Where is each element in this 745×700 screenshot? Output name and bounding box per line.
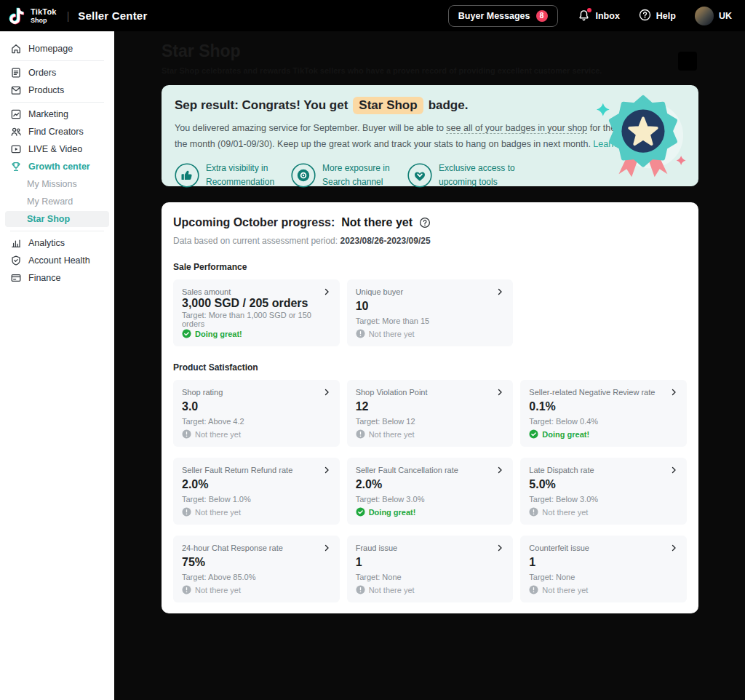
metric-status: Not there yet xyxy=(356,329,505,338)
dimmed-action-button xyxy=(678,52,697,71)
badges-in-shop-link[interactable]: see all of your badges in your shop xyxy=(446,123,587,134)
logo-title: TikTok xyxy=(31,8,57,16)
sidebar-nav: HomepageOrdersProductsMarketingFind Crea… xyxy=(0,31,114,700)
buyer-messages-badge: 8 xyxy=(536,10,548,22)
orders-icon xyxy=(10,67,22,79)
metric-grid: Sales amount3,000 SGD / 205 ordersTarget… xyxy=(173,279,687,346)
check-circle-icon xyxy=(356,507,365,517)
sidebar-item-finance[interactable]: Finance xyxy=(0,270,114,286)
sidebar-item-live-video[interactable]: LIVE & Video xyxy=(0,141,114,157)
app-name: Seller Center xyxy=(78,9,147,22)
metric-status-text: Not there yet xyxy=(369,430,415,439)
chevron-right-icon[interactable] xyxy=(669,544,678,552)
metric-status-text: Not there yet xyxy=(542,586,588,594)
question-circle-icon[interactable] xyxy=(419,217,431,228)
buyer-messages-button[interactable]: Buyer Messages 8 xyxy=(448,5,558,27)
metric-status: Not there yet xyxy=(182,585,331,594)
sidebar-item-label: Homepage xyxy=(28,44,73,54)
chevron-right-icon[interactable] xyxy=(322,388,331,397)
sidebar-item-my-reward[interactable]: My Reward xyxy=(0,194,114,210)
chevron-right-icon[interactable] xyxy=(495,544,504,552)
metric-status-text: Not there yet xyxy=(369,330,415,338)
metric-value: 2.0% xyxy=(356,478,505,491)
sidebar-item-orders[interactable]: Orders xyxy=(0,65,114,81)
metric-card[interactable]: Counterfeit issue1Target: NoneNot there … xyxy=(520,536,687,602)
metric-target: Target: More than 15 xyxy=(356,317,505,325)
metric-target: Target: None xyxy=(356,573,505,581)
logo-subtitle: Shop xyxy=(31,17,57,24)
star-shop-badge-illustration xyxy=(594,91,688,184)
sidebar-divider xyxy=(10,231,104,231)
metric-status: Doing great! xyxy=(529,429,678,439)
inbox-button[interactable]: Inbox xyxy=(577,9,620,23)
sidebar-item-marketing[interactable]: Marketing xyxy=(0,106,114,122)
metric-value: 5.0% xyxy=(529,478,678,491)
sidebar-item-account-health[interactable]: Account Health xyxy=(0,252,114,269)
banner-title-suffix: badge. xyxy=(429,98,469,113)
metric-status: Not there yet xyxy=(529,507,678,517)
analytics-icon xyxy=(10,237,22,249)
sidebar-item-analytics[interactable]: Analytics xyxy=(0,235,114,251)
chevron-right-icon[interactable] xyxy=(669,388,678,397)
metric-value: 1 xyxy=(356,556,505,569)
chevron-right-icon[interactable] xyxy=(322,466,331,474)
metric-value: 0.1% xyxy=(529,400,678,413)
metric-label: Unique buyer xyxy=(356,287,403,296)
chevron-right-icon[interactable] xyxy=(495,466,504,474)
metric-card[interactable]: Late Dispatch rate5.0%Target: Below 3.0%… xyxy=(520,458,687,525)
sidebar-item-label: Account Health xyxy=(28,255,90,266)
account-menu[interactable]: UK xyxy=(695,7,732,25)
metric-target: Target: Above 85.0% xyxy=(182,573,331,581)
sidebar-item-star-shop[interactable]: Star Shop xyxy=(5,211,109,227)
chevron-right-icon[interactable] xyxy=(495,388,504,397)
metric-card[interactable]: Seller-related Negative Review rate0.1%T… xyxy=(520,380,687,447)
sidebar-item-my-missions[interactable]: My Missions xyxy=(0,176,114,192)
metric-card[interactable]: Seller Fault Return Refund rate2.0%Targe… xyxy=(173,458,340,525)
metric-target: Target: None xyxy=(529,573,678,581)
chevron-right-icon[interactable] xyxy=(669,466,678,474)
benefit-label: Extra visibility in Recommendation xyxy=(206,162,285,188)
metric-card[interactable]: Seller Fault Cancellation rate2.0%Target… xyxy=(347,458,514,525)
help-icon xyxy=(639,9,651,23)
benefit-item: Extra visibility in Recommendation xyxy=(175,162,285,188)
sidebar-item-label: Find Creators xyxy=(28,127,84,137)
region-label: UK xyxy=(719,11,732,21)
metric-label: Late Dispatch rate xyxy=(529,466,594,474)
help-button[interactable]: Help xyxy=(639,9,676,23)
sidebar-item-growth-center[interactable]: Growth center xyxy=(0,159,114,175)
metric-value: 3.0 xyxy=(182,400,331,413)
metric-label: Shop Violation Point xyxy=(356,388,428,397)
metric-card[interactable]: Shop Violation Point12Target: Below 12No… xyxy=(347,380,514,447)
exclamation-circle-icon xyxy=(356,329,365,338)
sidebar-item-products[interactable]: Products xyxy=(0,82,114,98)
sidebar-item-homepage[interactable]: Homepage xyxy=(0,41,114,57)
metric-card[interactable]: Fraud issue1Target: NoneNot there yet xyxy=(347,536,514,602)
chevron-right-icon[interactable] xyxy=(322,544,331,552)
eye-icon xyxy=(291,163,316,188)
thumbs-up-icon xyxy=(175,163,199,188)
tiktok-shop-logo[interactable]: TikTok Shop xyxy=(7,7,57,25)
benefit-item: More exposure in Search channel xyxy=(291,162,402,188)
metric-card[interactable]: Sales amount3,000 SGD / 205 ordersTarget… xyxy=(173,279,340,346)
sidebar-item-label: Analytics xyxy=(28,238,65,248)
sidebar-item-find-creators[interactable]: Find Creators xyxy=(0,124,114,140)
creators-icon xyxy=(10,126,22,138)
metric-card[interactable]: 24-hour Chat Response rate75%Target: Abo… xyxy=(173,536,340,602)
sidebar-item-label: My Missions xyxy=(27,179,77,189)
metric-label: Seller Fault Return Refund rate xyxy=(182,466,292,474)
star-shop-highlight: Star Shop xyxy=(353,97,423,114)
metric-sections: Sale PerformanceSales amount3,000 SGD / … xyxy=(173,262,687,602)
chevron-right-icon[interactable] xyxy=(495,287,504,296)
chevron-right-icon[interactable] xyxy=(322,287,331,296)
metric-status: Not there yet xyxy=(182,507,331,517)
metric-status-text: Not there yet xyxy=(195,430,241,439)
metric-target: Target: Below 12 xyxy=(356,417,505,426)
metric-card[interactable]: Shop rating3.0Target: Above 4.2Not there… xyxy=(173,380,340,447)
growth-icon xyxy=(10,161,22,172)
top-header: TikTok Shop | Seller Center Buyer Messag… xyxy=(0,0,745,31)
sidebar-item-label: Orders xyxy=(28,68,56,78)
finance-icon xyxy=(10,272,22,284)
metric-card[interactable]: Unique buyer10Target: More than 15Not th… xyxy=(347,279,514,346)
sep-result-banner: Sep result: Congrats! You get Star Shop … xyxy=(162,85,698,186)
metric-label: Seller Fault Cancellation rate xyxy=(356,466,458,474)
